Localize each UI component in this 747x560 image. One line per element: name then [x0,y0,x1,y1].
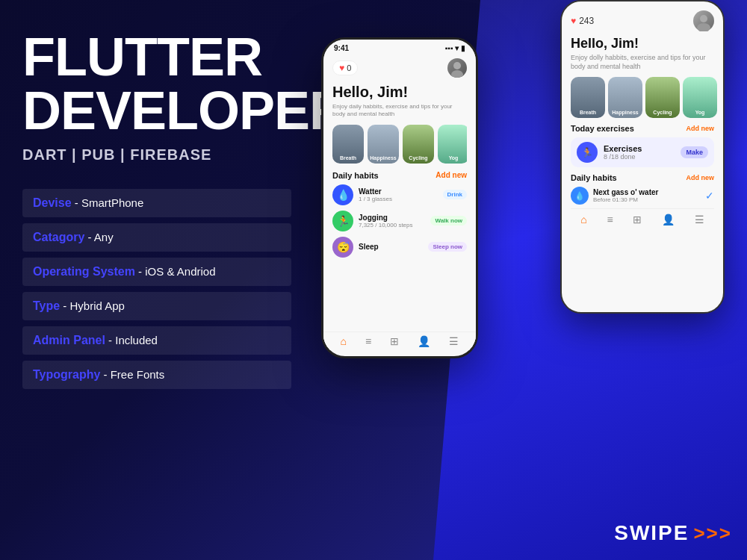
nav-menu-icon[interactable]: ☰ [449,335,459,347]
right-habits-section-header: Daily habits Add new [571,173,714,182]
right-top-bar: ♥ 243 [571,10,714,31]
category-yog: Yog [438,125,467,164]
habit-water-info: Watter 1 / 3 glasses [359,187,438,202]
category-cycling: Cycling [403,125,434,164]
spec-type-label: Type [33,299,60,312]
right-habit-water-info: Next gass o' water Before 01:30 PM [593,188,701,203]
swipe-word: SWIPE [614,521,689,545]
habit-sleep-icon: 😴 [332,237,353,258]
category-breath: Breath [332,125,364,164]
exercises-add-new[interactable]: Add new [686,125,715,132]
phone-status-bar: 9:41 ▪▪▪ ▾ ▮ [323,40,476,54]
right-cat-yog-bg: Yog [683,77,717,118]
right-habits-add-new[interactable]: Add new [686,174,715,181]
right-subtitle: Enjoy dolly habbits, exercise and tips f… [571,54,714,71]
spec-typography: Typography - Free Fonts [22,361,291,389]
right-daily-habits-title: Daily habits [571,173,617,182]
hero-title: FLUTTER DEVELOPER [22,30,291,137]
spec-admin: Admin Panel - Included [22,326,291,355]
phone-bottom-nav: ⌂ ≡ ⊞ 👤 ☰ [323,332,476,350]
right-habit-water-name: Next gass o' water [593,188,701,196]
right-nav-home-icon[interactable]: ⌂ [580,214,586,225]
exercises-section-header: Today exercises Add new [571,124,714,133]
right-cat-breath-bg: Breath [571,77,605,118]
category-yog-bg: Yog [438,125,467,164]
svg-point-2 [700,15,707,22]
habit-sleep-name: Sleep [359,243,423,251]
exercise-icon: 🏃 [577,142,598,163]
spec-admin-value: - Included [108,334,158,346]
right-cat-happiness-bg: Happiness [608,77,642,118]
hero-title-line2: DEVELOPER [22,81,347,140]
nav-home-icon[interactable]: ⌂ [341,335,347,347]
right-heart-count: 243 [579,16,594,26]
right-greeting: Hello, Jim! [571,36,714,52]
hero-title-line1: FLUTTER [22,27,262,87]
make-button[interactable]: Make [681,146,708,158]
habit-water-sub: 1 / 3 glasses [359,196,438,202]
add-new-button[interactable]: Add new [436,171,467,180]
right-cat-cycling-bg: Cycling [645,77,680,118]
phone-frame: 9:41 ▪▪▪ ▾ ▮ ♥ 0 Hello, Jim! Enjoy dai [321,37,478,358]
right-cat-breath: Breath [571,77,605,118]
spec-os-value: - iOS & Andriod [138,265,215,278]
habits-title: Daily habits [332,171,379,180]
habit-jogging-icon: 🏃 [332,211,353,231]
right-nav-stats-icon[interactable]: ≡ [607,214,613,225]
left-panel: FLUTTER DEVELOPER DART | PUB | FIREBASE … [0,0,314,560]
spec-devise: Devise - SmartPhone [22,189,291,217]
exercise-sub: 8 /18 done [604,153,675,161]
spec-os-label: Operating System [33,265,135,278]
habit-jogging-name: Jogging [359,214,425,222]
avatar [447,58,467,78]
spec-typography-label: Typography [33,368,100,381]
phone-greeting: Hello, Jim! [332,84,467,101]
spec-devise-value: - SmartPhone [75,196,144,209]
spec-type-value: - Hybrid App [63,299,125,312]
heart-badge: ♥ 0 [332,60,358,75]
right-nav-grid-icon[interactable]: ⊞ [633,214,642,225]
nav-grid-icon[interactable]: ⊞ [390,335,399,347]
habit-sleep: 😴 Sleep Sleep now [332,237,467,258]
svg-point-0 [453,62,461,69]
right-avatar [693,10,714,31]
phone-content: ♥ 0 Hello, Jim! Enjoy daily habbits, exe… [323,54,476,348]
spec-typography-value: - Free Fonts [104,368,165,381]
spec-admin-label: Admin Panel [33,334,105,346]
tech-stack: DART | PUB | FIREBASE [22,146,291,164]
exercises-title: Today exercises [571,124,634,133]
habit-jogging-action[interactable]: Walk now [430,216,467,225]
habit-sleep-action[interactable]: Sleep now [428,242,467,252]
category-cycling-bg: Cycling [403,125,434,164]
habit-water-name: Watter [359,187,438,196]
right-cat-yog: Yog [683,77,717,118]
right-heart-badge: ♥ 243 [571,16,594,26]
phone-mockup: 9:41 ▪▪▪ ▾ ▮ ♥ 0 Hello, Jim! Enjoy dai [321,37,478,523]
swipe-label: SWIPE >>> [614,521,732,545]
spec-type: Type - Hybrid App [22,292,291,320]
category-breath-bg: Breath [332,125,364,164]
spec-devise-label: Devise [33,196,72,209]
habit-water-icon: 💧 [332,184,353,205]
heart-icon: ♥ [339,63,344,73]
swipe-arrows: >>> [693,522,732,545]
exercise-item: 🏃 Exercises 8 /18 done Make [571,137,714,167]
spec-category-value: - Any [88,231,114,243]
category-scroll: Breath Happiness Cycling Yog [332,125,467,164]
svg-point-1 [451,70,463,78]
habit-jogging-info: Jogging 7,325 / 10,000 steps [359,214,425,228]
right-phone-frame: ♥ 243 Hello, Jim! Enjoy dolly habbits, e… [560,0,725,314]
phone-signal-icons: ▪▪▪ ▾ ▮ [445,44,465,52]
phone-time: 9:41 [334,44,349,52]
nav-profile-icon[interactable]: 👤 [418,335,430,347]
phone-subtitle: Enjoy daily habbits, exercise and tips f… [332,103,467,119]
habit-water: 💧 Watter 1 / 3 glasses Drink [332,184,467,205]
right-cat-happiness: Happiness [608,77,642,118]
right-nav-profile-icon[interactable]: 👤 [662,214,675,225]
right-nav-menu-icon[interactable]: ☰ [695,214,704,225]
check-icon: ✓ [705,190,714,202]
spec-os: Operating System - iOS & Andriod [22,258,291,286]
nav-stats-icon[interactable]: ≡ [365,335,371,347]
exercise-info: Exercises 8 /18 done [604,144,675,161]
habit-water-action[interactable]: Drink [443,190,467,199]
